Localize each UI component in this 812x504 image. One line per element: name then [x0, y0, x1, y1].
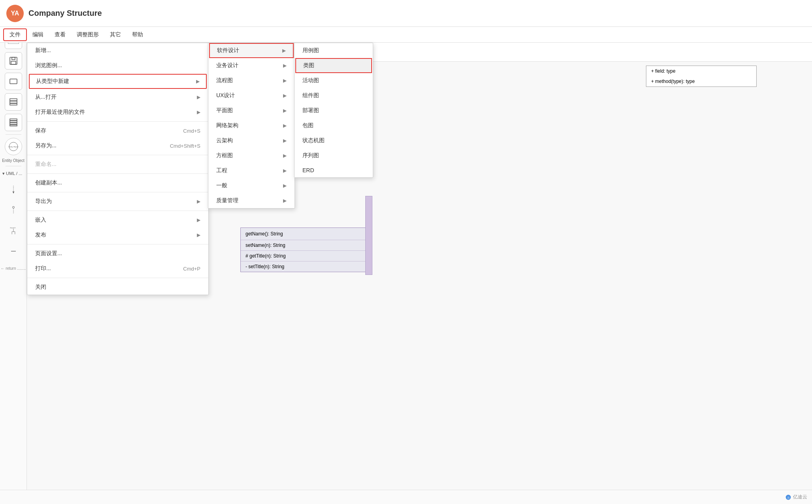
uml-method-row-4: - setTitle(n): String: [245, 263, 362, 270]
diagram-item-usecase[interactable]: 用例图: [295, 43, 373, 58]
submenu-item-mockup[interactable]: 方框图 ▶: [208, 148, 295, 163]
menu-separator-5: [27, 211, 208, 211]
svg-rect-7: [10, 119, 17, 120]
uml-class-box-2: getName(): String setName(n): String # g…: [240, 228, 367, 272]
menu-item-new-from-type[interactable]: 从类型中新建 ▶: [29, 74, 207, 89]
submenu-item-cloud[interactable]: 云架构 ▶: [208, 133, 295, 148]
sidebar-uml-label[interactable]: ▾ UML / ...: [0, 169, 26, 178]
svg-rect-9: [10, 123, 17, 124]
sidebar-icon-entity[interactable]: Entity Object: [5, 138, 22, 155]
svg-rect-6: [10, 103, 17, 105]
submenu-item-engineering[interactable]: 工程 ▶: [208, 163, 295, 178]
submenu-type-dropdown: 软件设计 ▶ 业务设计 ▶ 流程图 ▶ UX设计 ▶ 平面图 ▶ 网络架构 ▶ …: [208, 43, 295, 209]
menu-separator-2: [27, 155, 208, 155]
diagram-item-sequence[interactable]: 序列图: [295, 148, 373, 163]
menu-separator-4: [27, 192, 208, 192]
submenu-diagram-dropdown: 用例图 类图 活动图 组件图 部署图 包图 状态机图 序列图 ERD: [294, 43, 373, 178]
menu-item-print[interactable]: 打印... Cmd+P: [27, 261, 208, 276]
svg-text:dispatch: dispatch: [10, 227, 15, 229]
menu-separator-3: [27, 173, 208, 174]
sidebar-icon-line[interactable]: [5, 243, 22, 260]
svg-rect-8: [10, 121, 17, 122]
menu-edit[interactable]: 编辑: [27, 28, 49, 41]
menu-help[interactable]: 帮助: [127, 28, 149, 41]
sidebar-divider-2: [6, 166, 21, 166]
svg-rect-1: [12, 57, 15, 60]
svg-text:Entity Object: Entity Object: [9, 146, 18, 148]
uml-method-row: + method(type): type: [651, 78, 752, 85]
uml-method-row-2: setName(n): String: [245, 242, 362, 249]
svg-rect-5: [10, 101, 17, 103]
diagram-item-package[interactable]: 包图: [295, 118, 373, 133]
uml-purple-accent: [365, 196, 372, 275]
sidebar-return-label: ← return ........: [1, 266, 26, 271]
menu-item-save[interactable]: 保存 Cmd+S: [27, 123, 208, 138]
submenu-item-ux[interactable]: UX设计 ▶: [208, 88, 295, 103]
file-menu-dropdown: 新增... 浏览图例... 从类型中新建 ▶ 从...打开 ▶ 打开最近使用的文…: [27, 43, 209, 295]
menu-file[interactable]: 文件: [3, 28, 27, 41]
menu-item-rename[interactable]: 重命名...: [27, 157, 208, 172]
sidebar-icon-dispatch[interactable]: dispatch: [5, 222, 22, 239]
svg-text:云: 云: [787, 496, 790, 499]
uml-method-row-1: getName(): String: [245, 230, 362, 237]
diagram-item-activity[interactable]: 活动图: [295, 73, 373, 88]
sidebar-icon-connector2[interactable]: [5, 201, 22, 219]
bottom-logo-text: 亿途云: [793, 494, 807, 500]
sidebar-icon-list1[interactable]: [5, 93, 22, 111]
titlebar: YA Company Structure: [0, 0, 812, 27]
menu-separator-6: [27, 244, 208, 244]
uml-field-row: + field: type: [651, 68, 752, 75]
diagram-item-class[interactable]: 类图: [295, 58, 372, 73]
svg-marker-14: [12, 192, 14, 194]
bottom-logo: 云 亿途云: [785, 494, 807, 500]
menu-separator-7: [27, 278, 208, 278]
uml-method-row-3: # getTitle(n): String: [245, 252, 362, 260]
sidebar-icon-connector1[interactable]: [5, 181, 22, 198]
svg-rect-4: [10, 99, 17, 101]
submenu-item-quality[interactable]: 质量管理 ▶: [208, 193, 295, 208]
submenu-item-floor[interactable]: 平面图 ▶: [208, 103, 295, 118]
svg-rect-10: [10, 125, 17, 126]
menu-item-new[interactable]: 新增...: [27, 43, 208, 58]
svg-rect-2: [11, 61, 16, 64]
menu-item-open-from[interactable]: 从...打开 ▶: [27, 90, 208, 105]
uml-class-box-1: + field: type + method(type): type: [646, 66, 757, 87]
submenu-item-flowchart[interactable]: 流程图 ▶: [208, 73, 295, 88]
menu-item-publish[interactable]: 发布 ▶: [27, 228, 208, 243]
menu-item-duplicate[interactable]: 创建副本...: [27, 175, 208, 190]
menu-adjust[interactable]: 调整图形: [71, 28, 104, 41]
menu-item-embed[interactable]: 嵌入 ▶: [27, 213, 208, 228]
sidebar-icon-list2[interactable]: [5, 114, 22, 131]
menubar: 文件 编辑 查看 调整图形 其它 帮助: [0, 27, 812, 43]
submenu-item-network[interactable]: 网络架构 ▶: [208, 118, 295, 133]
sidebar-icon-rect[interactable]: [5, 73, 22, 90]
diagram-item-deployment[interactable]: 部署图: [295, 103, 373, 118]
menu-view[interactable]: 查看: [49, 28, 71, 41]
sidebar-entity-label: Entity Object: [0, 158, 26, 163]
left-sidebar: Object Enti: [0, 27, 27, 504]
sidebar-divider-1: [6, 134, 21, 135]
diagram-item-erd[interactable]: ERD: [295, 163, 373, 177]
bottom-bar: 云 亿途云: [0, 490, 812, 504]
menu-other[interactable]: 其它: [104, 28, 127, 41]
diagram-item-state[interactable]: 状态机图: [295, 133, 373, 148]
menu-item-open-recent[interactable]: 打开最近使用的文件 ▶: [27, 105, 208, 120]
menu-item-save-as[interactable]: 另存为... Cmd+Shift+S: [27, 138, 208, 153]
diagram-item-component[interactable]: 组件图: [295, 88, 373, 103]
svg-point-15: [12, 206, 14, 208]
svg-rect-3: [10, 79, 17, 84]
sidebar-icon-save[interactable]: [5, 52, 22, 70]
menu-item-page-setup[interactable]: 页面设置...: [27, 246, 208, 261]
menu-item-close[interactable]: 关闭: [27, 280, 208, 295]
app-title: Company Structure: [28, 9, 806, 18]
menu-item-browse[interactable]: 浏览图例...: [27, 58, 208, 73]
submenu-item-business[interactable]: 业务设计 ▶: [208, 58, 295, 73]
menu-separator-1: [27, 121, 208, 122]
app-logo: YA: [6, 5, 24, 22]
menu-item-export[interactable]: 导出为 ▶: [27, 194, 208, 209]
submenu-item-software[interactable]: 软件设计 ▶: [209, 43, 294, 58]
submenu-item-general[interactable]: 一般 ▶: [208, 178, 295, 193]
